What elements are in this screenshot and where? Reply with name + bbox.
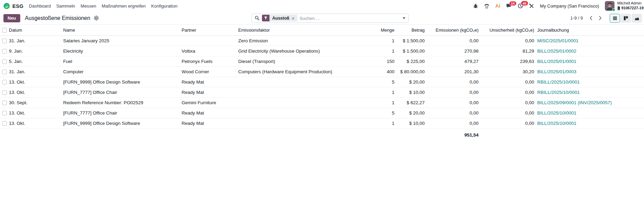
cell-journal: RBILL/2025/10/0001 bbox=[536, 79, 644, 85]
row-checkbox[interactable] bbox=[2, 80, 7, 85]
journal-entry-link[interactable]: RBILL/2025/10/0001 bbox=[537, 79, 580, 85]
column-header-emissionen[interactable]: Emissionen (kgCO₂e) bbox=[426, 28, 480, 33]
table-row[interactable]: 5. Jan.FuelPetronyx FuelsDiesel (Transpo… bbox=[0, 56, 644, 67]
mobile-phone-icon bbox=[617, 6, 620, 10]
select-all-checkbox-cell bbox=[0, 28, 9, 33]
search-icon bbox=[255, 16, 260, 21]
table-row[interactable]: 30. Sept.Redeem Reference Number: PO0252… bbox=[0, 98, 644, 108]
column-header-datum[interactable]: Datum bbox=[9, 28, 63, 33]
caret-down-icon[interactable] bbox=[403, 17, 405, 19]
menu-item-konfiguration[interactable]: Konfiguration bbox=[148, 1, 180, 11]
softphone-icon[interactable] bbox=[484, 3, 490, 9]
journal-entry-link[interactable]: BILL/2025/01/0003 bbox=[537, 69, 576, 74]
cell-journal: BILL/2025/01/0002 bbox=[536, 48, 644, 54]
column-header-partner[interactable]: Partner bbox=[182, 28, 238, 33]
journal-entry-link[interactable]: BILL/2025/01/0001 bbox=[537, 59, 576, 64]
search-input[interactable]: Suchen ... bbox=[300, 15, 400, 21]
cell-date: 13. Okt. bbox=[9, 121, 63, 126]
tools-icon[interactable] bbox=[529, 3, 534, 9]
row-checkbox[interactable] bbox=[2, 69, 7, 74]
pager-previous-button[interactable] bbox=[586, 14, 596, 22]
row-checkbox[interactable] bbox=[2, 121, 7, 126]
column-header-name[interactable]: Name bbox=[63, 28, 182, 33]
app-name: ESG bbox=[12, 3, 23, 9]
cell-name: [FURN_7777] Office Chair bbox=[63, 90, 182, 95]
new-button[interactable]: Neu bbox=[3, 14, 20, 22]
pager-next-button[interactable] bbox=[596, 14, 605, 22]
column-header-betrag[interactable]: Betrag bbox=[396, 28, 426, 33]
column-header-menge[interactable]: Menge bbox=[348, 28, 396, 33]
journal-entry-link[interactable]: RBILL/2025/10/0001 bbox=[537, 90, 580, 95]
row-checkbox[interactable] bbox=[2, 100, 7, 105]
table-header-row: DatumNamePartnerEmissionsfaktorMengeBetr… bbox=[0, 25, 644, 36]
cell-factor: Computers (Hardware Equipment Production… bbox=[238, 69, 348, 74]
journal-entry-link[interactable]: MISC/2025/01/0001 bbox=[537, 38, 578, 43]
search-bar[interactable]: Ausstoß × Suchen ... bbox=[252, 13, 409, 23]
row-checkbox-cell bbox=[0, 69, 9, 74]
journal-entry-link[interactable]: BILL/2025/09/0001 (INV/2025/0057) bbox=[537, 100, 612, 105]
journal-entry-link[interactable]: BILL/2025/10/0001 bbox=[537, 110, 576, 116]
facet-remove-icon[interactable]: × bbox=[292, 16, 295, 20]
app-menu-toggle[interactable]: ESG bbox=[3, 3, 23, 9]
messages-icon[interactable]: 14 bbox=[506, 3, 512, 9]
cell-date: 13. Okt. bbox=[9, 110, 63, 116]
cell-emissions: 201,30 bbox=[426, 69, 480, 74]
kanban-view-button[interactable] bbox=[621, 14, 631, 23]
menu-item-messen[interactable]: Messen bbox=[78, 1, 99, 11]
menu-item-dashboard[interactable]: Dashboard bbox=[26, 1, 54, 11]
user-phone: 91067227-19 bbox=[617, 6, 644, 11]
activity-badge: 40 bbox=[521, 1, 528, 6]
table-row[interactable]: 13. Okt.[FURN_7777] Office ChairReady Ma… bbox=[0, 87, 644, 98]
graph-view-button[interactable] bbox=[632, 14, 642, 23]
table-row[interactable]: 13. Okt.[FURN_7777] Office ChairReady Ma… bbox=[0, 108, 644, 118]
row-checkbox[interactable] bbox=[2, 90, 7, 95]
table-row[interactable]: 31. Jan.ComputerWood CornerComputers (Ha… bbox=[0, 67, 644, 77]
company-switcher[interactable]: My Company (San Francisco) bbox=[540, 3, 599, 9]
cell-name: Electricity bbox=[63, 48, 182, 54]
cell-emissions: 0,00 bbox=[426, 38, 480, 43]
row-checkbox[interactable] bbox=[2, 39, 7, 43]
menu-item-ma-nahmen-ergreifen[interactable]: Maßnahmen ergreifen bbox=[99, 1, 148, 11]
row-checkbox[interactable] bbox=[2, 49, 7, 54]
table-row[interactable]: 13. Okt.[FURN_9999] Office Design Softwa… bbox=[0, 77, 644, 87]
gear-icon[interactable] bbox=[94, 15, 99, 21]
messages-badge: 14 bbox=[509, 1, 517, 6]
row-checkbox[interactable] bbox=[2, 111, 7, 116]
cell-uncertainty: 0,00 bbox=[480, 79, 536, 85]
cell-date: 30. Sept. bbox=[9, 100, 63, 105]
select-all-checkbox[interactable] bbox=[2, 28, 7, 33]
cell-amount: $ 20,00 bbox=[396, 110, 426, 116]
pager-value[interactable]: 1-9 / 9 bbox=[570, 15, 583, 21]
cell-journal: BILL/2025/10/0001 bbox=[536, 110, 644, 116]
table-row[interactable]: 9. Jan.ElectricityVoltixaGrid Electricit… bbox=[0, 46, 644, 56]
cell-journal: MISC/2025/01/0001 bbox=[536, 38, 644, 43]
user-menu[interactable]: Mitchell Admin 91067227-19 bbox=[617, 1, 644, 11]
ai-icon[interactable]: Ai bbox=[495, 3, 500, 9]
bug-icon[interactable] bbox=[473, 3, 478, 9]
column-header-emissionsfaktor[interactable]: Emissionsfaktor bbox=[238, 28, 348, 33]
cell-amount: $ 20,00 bbox=[396, 79, 426, 85]
table-row[interactable]: 31. Jan.Salaries January 2025Zero Emissi… bbox=[0, 36, 644, 46]
cell-qty: 5 bbox=[348, 110, 396, 116]
cell-partner: Petronyx Fuels bbox=[182, 59, 238, 64]
row-checkbox-cell bbox=[0, 80, 9, 85]
cell-qty: 5 bbox=[348, 79, 396, 85]
column-header-unsicherheit[interactable]: Unsicherheit (kgCO₂e) bbox=[480, 28, 536, 33]
row-checkbox[interactable] bbox=[2, 59, 7, 64]
cell-factor: Diesel (Transport) bbox=[238, 59, 348, 64]
cell-qty: 150 bbox=[348, 59, 396, 64]
activity-clock-icon[interactable]: 40 bbox=[518, 3, 523, 9]
table-footer-row: 951,54 bbox=[0, 129, 644, 141]
row-checkbox-cell bbox=[0, 111, 9, 116]
menu-item-sammeln[interactable]: Sammeln bbox=[54, 1, 78, 11]
column-header-journalbuchung[interactable]: Journalbuchung bbox=[536, 28, 644, 33]
cell-qty: 1 bbox=[348, 100, 396, 105]
emissions-list: DatumNamePartnerEmissionsfaktorMengeBetr… bbox=[0, 25, 644, 141]
cell-amount: $ 10,00 bbox=[396, 90, 426, 95]
list-view-button[interactable] bbox=[610, 14, 620, 23]
user-avatar[interactable] bbox=[605, 1, 614, 11]
search-facet[interactable]: Ausstoß × bbox=[262, 15, 297, 22]
journal-entry-link[interactable]: BILL/2025/10/0001 bbox=[537, 121, 576, 126]
journal-entry-link[interactable]: BILL/2025/01/0002 bbox=[537, 48, 576, 54]
table-row[interactable]: 13. Okt.[FURN_9999] Office Design Softwa… bbox=[0, 118, 644, 129]
